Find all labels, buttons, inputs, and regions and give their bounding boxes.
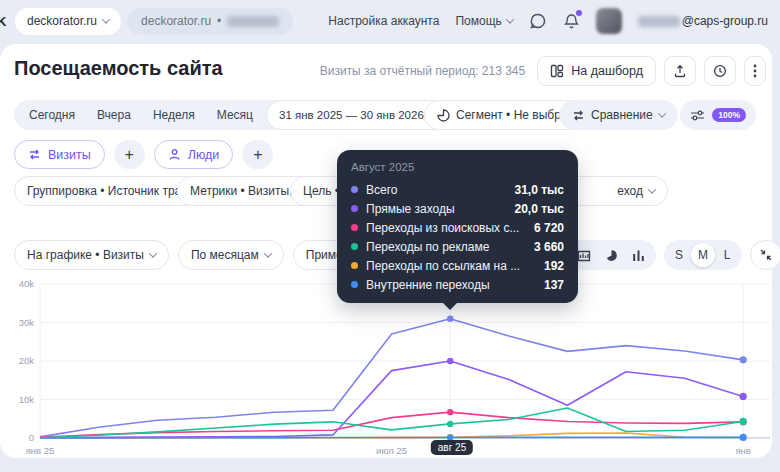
- series-label: Переходы по ссылкам на ...: [366, 259, 536, 273]
- preset-Сегодня[interactable]: Сегодня: [18, 100, 86, 130]
- yandex-metrica-traffic-report: K deckorator.ru deckorator.ru • Настройк…: [0, 0, 780, 472]
- tab-visits[interactable]: Визиты: [14, 140, 105, 169]
- donut-chart-icon[interactable]: [605, 249, 618, 262]
- to-dashboard-label: На дашборд: [571, 64, 643, 78]
- person-icon: [168, 148, 181, 161]
- series-label: Внутренние переходы: [366, 278, 536, 292]
- add-people-metric-button[interactable]: +: [242, 140, 273, 169]
- tooltip-arrow: [442, 302, 458, 310]
- tooltip-row: Внутренние переходы137: [351, 275, 564, 294]
- export-button[interactable]: [664, 56, 696, 86]
- tab-visits-label: Визиты: [48, 148, 91, 162]
- end-dot: [740, 418, 747, 425]
- period-visits-text: Визиты за отчётный период: 213 345: [320, 64, 526, 78]
- counter-info-pill[interactable]: deckorator.ru •: [127, 8, 293, 35]
- series-dot: [351, 262, 358, 269]
- chart-size-switcher: SML: [664, 240, 742, 270]
- highlight-dot: [447, 421, 453, 427]
- chevron-down-icon: [264, 249, 272, 257]
- kebab-icon: [753, 64, 757, 78]
- granularity-label: По месяцам: [191, 248, 259, 262]
- help-label: Помощь: [455, 14, 501, 28]
- counter-selector-label: deckorator.ru: [27, 14, 97, 28]
- tooltip-row: Переходы по ссылкам на ...192: [351, 256, 564, 275]
- tooltip-row: Всего31,0 тыс: [351, 180, 564, 199]
- tooltip-row: Прямые заходы20,0 тыс: [351, 199, 564, 218]
- chat-icon: [529, 12, 547, 30]
- date-range-label: 31 янв 2025 — 30 янв 2026: [279, 109, 424, 121]
- granularity-selector[interactable]: По месяцам: [178, 240, 284, 270]
- tooltip-rows: Всего31,0 тысПрямые заходы20,0 тысПерехо…: [351, 180, 564, 294]
- history-button[interactable]: [704, 56, 736, 86]
- series-label: Всего: [366, 183, 507, 197]
- visits-icon: [28, 148, 41, 161]
- add-metric-button[interactable]: +: [114, 140, 145, 169]
- avatar[interactable]: [596, 8, 622, 34]
- segment-label: Сегмент • Не выбран: [456, 108, 574, 122]
- tooltip-row: Переходы по рекламе3 660: [351, 237, 564, 256]
- chevron-down-icon: [648, 185, 656, 193]
- notifications-button[interactable]: [563, 12, 580, 30]
- series-value: 137: [544, 278, 564, 292]
- dot-separator: •: [217, 14, 221, 28]
- end-dot: [740, 434, 747, 441]
- header-actions: Визиты за отчётный период: 213 345 На да…: [320, 56, 766, 86]
- more-menu-button[interactable]: [744, 56, 766, 86]
- highlight-dot: [447, 358, 453, 364]
- series-label: Переходы по рекламе: [366, 240, 526, 254]
- counter-selector[interactable]: deckorator.ru: [15, 8, 121, 35]
- clock-icon: [713, 64, 727, 78]
- email-domain: @caps-group.ru: [682, 14, 768, 28]
- y-tick-label: 40k: [19, 278, 35, 289]
- blurred-email-prefix: [638, 16, 680, 27]
- size-M[interactable]: M: [691, 243, 715, 267]
- x-tick-label: янв: [735, 445, 750, 456]
- help-menu[interactable]: Помощь: [455, 14, 512, 28]
- area-chart-icon[interactable]: [577, 249, 591, 262]
- preset-Месяц[interactable]: Месяц: [206, 100, 264, 130]
- sliders-icon: [690, 109, 705, 122]
- preset-Неделя[interactable]: Неделя: [142, 100, 206, 130]
- tooltip-title: Август 2025: [351, 161, 564, 173]
- tab-people-label: Люди: [188, 148, 220, 162]
- to-dashboard-button[interactable]: На дашборд: [537, 56, 656, 86]
- report-card: Посещаемость сайта Визиты за отчётный пе…: [0, 44, 772, 458]
- size-S[interactable]: S: [667, 243, 691, 267]
- dashboard-icon: [550, 64, 564, 78]
- chart-tooltip: Август 2025 Всего31,0 тысПрямые заходы20…: [337, 150, 578, 303]
- date-range-picker[interactable]: 31 янв 2025 — 30 янв 2026: [266, 100, 449, 130]
- filters-row: СегодняВчераНеделяМесяцКвартал 31 янв 20…: [14, 100, 766, 130]
- compare-icon: [572, 109, 585, 122]
- chart-view-controls: SML: [566, 240, 780, 270]
- page-title: Посещаемость сайта: [14, 57, 223, 80]
- line-chart-svg: 40k30k20k10k0янв 25июл 25янв: [0, 278, 772, 464]
- series-dot: [351, 243, 358, 250]
- metrica-logo-icon: K: [0, 14, 9, 29]
- chat-button[interactable]: [529, 12, 547, 30]
- selected-month-badge[interactable]: авг 25: [431, 440, 473, 455]
- series-value: 192: [544, 259, 564, 273]
- series-dot: [351, 281, 358, 288]
- attribution-label: еход: [617, 184, 643, 198]
- tooltip-row: Переходы из поисковых с...6 720: [351, 218, 564, 237]
- collapse-chart-button[interactable]: [750, 240, 780, 270]
- comparison-selector[interactable]: Сравнение: [559, 100, 678, 130]
- size-L[interactable]: L: [715, 243, 739, 267]
- bar-chart-icon[interactable]: [632, 249, 645, 262]
- series-dot: [351, 224, 358, 231]
- preset-Вчера[interactable]: Вчера: [86, 100, 142, 130]
- y-tick-label: 20k: [19, 355, 35, 366]
- y-tick-label: 30k: [19, 317, 35, 328]
- x-tick-label: июл 25: [376, 445, 407, 456]
- traffic-chart[interactable]: 40k30k20k10k0янв 25июл 25янв: [0, 278, 772, 464]
- blurred-counter-id: [227, 16, 279, 27]
- user-email[interactable]: @caps-group.ru: [638, 14, 768, 28]
- tab-people[interactable]: Люди: [154, 140, 234, 169]
- account-settings-link[interactable]: Настройка аккаунта: [328, 14, 439, 28]
- x-tick-label: янв 25: [26, 445, 55, 456]
- on-chart-selector[interactable]: На графике • Визиты: [14, 240, 169, 270]
- on-chart-label: На графике • Визиты: [27, 248, 144, 262]
- sampling-control[interactable]: 100%: [680, 100, 756, 130]
- chevron-down-icon: [149, 249, 157, 257]
- upload-icon: [673, 64, 687, 78]
